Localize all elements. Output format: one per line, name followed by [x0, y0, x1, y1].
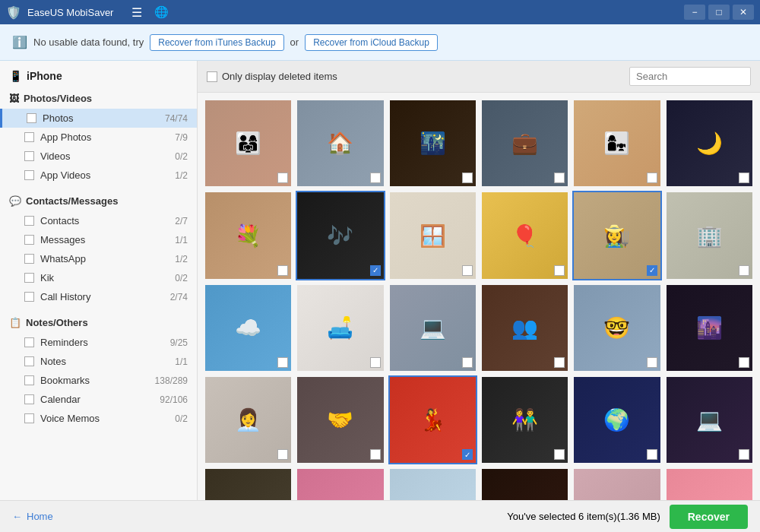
- photo-cell[interactable]: 👩‍💼: [204, 375, 293, 464]
- photo-cell[interactable]: 🎉: [480, 467, 569, 500]
- whatsapp-checkbox[interactable]: [24, 254, 34, 264]
- photo-cell[interactable]: 🤝: [296, 375, 385, 464]
- photo-checkbox[interactable]: [277, 173, 288, 183]
- photo-cell[interactable]: 👥: [480, 283, 569, 372]
- photos-count: 74/74: [165, 113, 188, 124]
- photo-cell[interactable]: 💃: [388, 375, 477, 464]
- photo-checkbox[interactable]: [277, 265, 288, 276]
- photo-checkbox[interactable]: [554, 265, 565, 276]
- photo-checkbox[interactable]: [739, 449, 749, 460]
- photo-checkbox[interactable]: [462, 265, 473, 276]
- photo-checkbox[interactable]: [370, 449, 381, 460]
- call-history-checkbox[interactable]: [24, 292, 34, 302]
- photo-checkbox[interactable]: [462, 449, 473, 460]
- photo-cell[interactable]: 🪟: [388, 191, 477, 280]
- app-photos-count: 7/9: [175, 132, 188, 143]
- sidebar-item-app-photos[interactable]: App Photos 7/9: [0, 128, 197, 147]
- sidebar-item-photos[interactable]: Photos 74/74: [0, 109, 197, 128]
- photo-checkbox[interactable]: [277, 357, 288, 368]
- sidebar-item-contacts[interactable]: Contacts 2/7: [0, 211, 197, 230]
- photo-cell[interactable]: 👫: [480, 375, 569, 464]
- photo-cell[interactable]: 🎶: [296, 191, 385, 280]
- bookmarks-label: Bookmarks: [40, 375, 155, 386]
- menu-icon[interactable]: ☰: [131, 5, 142, 20]
- sidebar-item-whatsapp[interactable]: WhatsApp 1/2: [0, 249, 197, 268]
- photo-cell[interactable]: 🌹: [665, 467, 754, 500]
- photo-cell[interactable]: 🌃: [388, 99, 477, 188]
- photo-checkbox[interactable]: [370, 265, 381, 276]
- sidebar-item-bookmarks[interactable]: Bookmarks 138/289: [0, 371, 197, 390]
- photo-checkbox[interactable]: [554, 449, 565, 460]
- photo-checkbox[interactable]: [647, 173, 657, 183]
- photo-checkbox[interactable]: [554, 357, 565, 368]
- itunes-backup-button[interactable]: Recover from iTunes Backup: [150, 34, 283, 51]
- photo-checkbox[interactable]: [647, 265, 657, 276]
- sidebar-item-reminders[interactable]: Reminders 9/25: [0, 333, 197, 352]
- app-photos-checkbox[interactable]: [24, 132, 34, 142]
- photo-cell[interactable]: 💗: [296, 467, 385, 500]
- photo-checkbox[interactable]: [370, 357, 381, 368]
- messages-checkbox[interactable]: [24, 235, 34, 245]
- photo-cell[interactable]: 🛋️: [296, 283, 385, 372]
- contacts-checkbox[interactable]: [24, 216, 34, 226]
- minimize-button[interactable]: −: [684, 5, 705, 20]
- photo-cell[interactable]: 💐: [204, 191, 293, 280]
- photo-cell[interactable]: 🎂: [572, 467, 661, 500]
- sidebar-item-kik[interactable]: Kik 0/2: [0, 268, 197, 287]
- photo-cell[interactable]: 👨‍👩‍👧: [204, 99, 293, 188]
- photo-cell[interactable]: 🏢: [665, 191, 754, 280]
- reminders-checkbox[interactable]: [24, 337, 34, 347]
- photo-cell[interactable]: 👩‍🌾: [572, 191, 661, 280]
- photo-checkbox[interactable]: [462, 173, 473, 183]
- recover-button[interactable]: Recover: [670, 505, 748, 529]
- photo-checkbox[interactable]: [370, 173, 381, 183]
- sidebar-item-messages[interactable]: Messages 1/1: [0, 230, 197, 249]
- title-bar: 🛡️ EaseUS MobiSaver ☰ 🌐 − □ ✕: [0, 0, 760, 24]
- bookmarks-checkbox[interactable]: [24, 375, 34, 385]
- sidebar-item-notes[interactable]: Notes 1/1: [0, 352, 197, 371]
- kik-checkbox[interactable]: [24, 273, 34, 283]
- sidebar-item-voice-memos[interactable]: Voice Memos 0/2: [0, 409, 197, 428]
- photo-cell[interactable]: 🌙: [665, 99, 754, 188]
- sidebar-item-call-history[interactable]: Call History 2/74: [0, 287, 197, 306]
- photos-checkbox[interactable]: [27, 113, 36, 123]
- photo-cell[interactable]: 💻: [665, 375, 754, 464]
- globe-icon[interactable]: 🌐: [154, 5, 169, 19]
- photo-cell[interactable]: 🍽️: [204, 467, 293, 500]
- search-input[interactable]: [636, 71, 744, 82]
- sidebar-item-calendar[interactable]: Calendar 92/106: [0, 390, 197, 409]
- photo-checkbox[interactable]: [647, 357, 657, 368]
- voice-memos-checkbox[interactable]: [24, 413, 34, 423]
- photo-checkbox[interactable]: [462, 357, 473, 368]
- close-button[interactable]: ✕: [733, 5, 754, 20]
- photo-checkbox[interactable]: [739, 265, 749, 276]
- videos-checkbox[interactable]: [24, 151, 34, 161]
- photo-checkbox[interactable]: [277, 449, 288, 460]
- photo-cell[interactable]: 🏢: [388, 467, 477, 500]
- photo-cell[interactable]: 🤓: [572, 283, 661, 372]
- photo-cell[interactable]: 🌆: [665, 283, 754, 372]
- photo-grid-container: 👨‍👩‍👧🏠🌃💼👩‍👧🌙💐🎶🪟🎈👩‍🌾🏢☁️🛋️💻👥🤓🌆👩‍💼🤝💃👫🌍💻🍽️💗🏢…: [198, 93, 760, 500]
- photo-cell[interactable]: 🎈: [480, 191, 569, 280]
- photo-checkbox[interactable]: [647, 449, 657, 460]
- sidebar-item-videos[interactable]: Videos 0/2: [0, 147, 197, 166]
- notes-checkbox[interactable]: [24, 356, 34, 366]
- icloud-backup-button[interactable]: Recover from iCloud Backup: [305, 34, 438, 51]
- photo-cell[interactable]: 🏠: [296, 99, 385, 188]
- photo-cell[interactable]: ☁️: [204, 283, 293, 372]
- calendar-checkbox[interactable]: [24, 394, 34, 404]
- photo-cell[interactable]: 💼: [480, 99, 569, 188]
- app-videos-checkbox[interactable]: [24, 170, 34, 180]
- photo-cell[interactable]: 🌍: [572, 375, 661, 464]
- home-button[interactable]: ← Home: [12, 511, 53, 522]
- photo-cell[interactable]: 💻: [388, 283, 477, 372]
- photo-checkbox[interactable]: [739, 357, 749, 368]
- maximize-button[interactable]: □: [708, 5, 730, 20]
- only-deleted-label[interactable]: Only display deleted items: [207, 71, 337, 82]
- photo-checkbox[interactable]: [554, 173, 565, 183]
- photos-category-label: Photos/Videos: [24, 93, 92, 104]
- only-deleted-checkbox[interactable]: [207, 71, 217, 82]
- photo-cell[interactable]: 👩‍👧: [572, 99, 661, 188]
- photo-checkbox[interactable]: [739, 173, 749, 183]
- sidebar-item-app-videos[interactable]: App Videos 1/2: [0, 166, 197, 185]
